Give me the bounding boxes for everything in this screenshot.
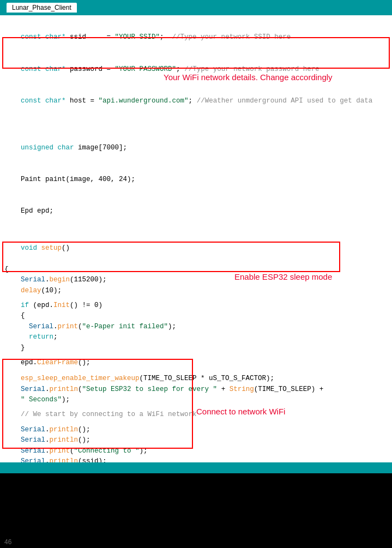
- annotation-sleep: Enable ESP32 sleep mode: [234, 270, 332, 283]
- code-line-12: {: [4, 311, 388, 321]
- annotation-wifi: Your WiFi network details. Change accord…: [164, 71, 333, 83]
- code-line-18: Serial.println("Setup ESP32 to sleep for…: [4, 384, 388, 395]
- code-line-21: Serial.println();: [4, 425, 388, 435]
- code-line-6: Epd epd;: [4, 196, 388, 227]
- code-line-11: if (epd.Init() != 0): [4, 300, 388, 311]
- code-line-13: Serial.print("e-Paper init failed");: [4, 322, 388, 332]
- code-line-19: " Seconds");: [4, 395, 388, 405]
- code-line-23: Serial.print("Connecting to ");: [4, 446, 388, 456]
- annotation-connect: Connect to network WiFi: [196, 405, 285, 418]
- code-line-14: return;: [4, 332, 388, 342]
- title-bar: Lunar_Phase_Client: [0, 0, 392, 15]
- editor-area: const char* ssid = "YOUR SSID"; //Type y…: [0, 15, 392, 462]
- code-line-1: const char* ssid = "YOUR SSID"; //Type y…: [4, 22, 388, 53]
- tab-label[interactable]: Lunar_Phase_Client: [7, 3, 77, 13]
- code-line-17: esp_sleep_enable_timer_wakeup(TIME_TO_SL…: [4, 374, 388, 384]
- code-line-7: void setup(): [4, 233, 388, 264]
- page-number: 46: [4, 538, 11, 546]
- bottom-bar: [0, 462, 392, 473]
- code-line-24: Serial.println(ssid);: [4, 456, 388, 462]
- code-line-22: Serial.println();: [4, 435, 388, 445]
- code-line-5: Paint paint(image, 400, 24);: [4, 164, 388, 196]
- code-line-4: unsigned char image[7000];: [4, 132, 388, 164]
- code-line-15: }: [4, 343, 388, 353]
- code-line-16: epd.ClearFrame();: [4, 358, 388, 368]
- code-line-3: const char* host = "api.wunderground.com…: [4, 85, 388, 117]
- bottom-black-area: 46: [0, 473, 392, 548]
- code-line-10: delay(10);: [4, 286, 388, 296]
